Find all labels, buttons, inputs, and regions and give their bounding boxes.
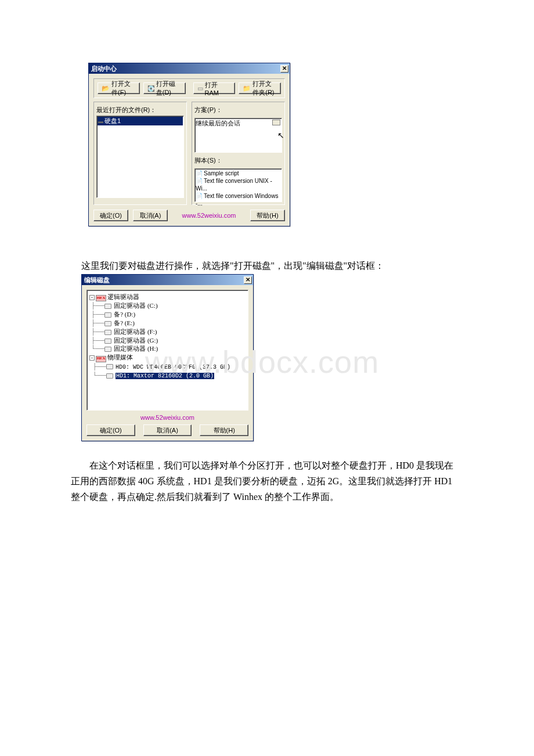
- edit-disk-dialog: 编辑磁盘 ✕ -HEX逻辑驱动器 ├──固定驱动器 (C:) ├──备? (D:…: [81, 274, 254, 441]
- tree-drive-d[interactable]: ├──备? (D:): [89, 310, 246, 319]
- close-icon[interactable]: ✕: [244, 276, 252, 284]
- help-button[interactable]: 帮助(H): [250, 210, 285, 221]
- dialog2-link[interactable]: www.52weixiu.com: [86, 414, 248, 421]
- open-folder-button[interactable]: 📁 打开文件夹(R): [239, 82, 281, 94]
- script-label: 脚本(S)：: [194, 155, 282, 166]
- close-icon[interactable]: ✕: [280, 65, 288, 73]
- script-icon: 📄: [196, 193, 203, 199]
- drive-icon: [104, 321, 111, 326]
- drive-icon: [104, 347, 111, 352]
- hex-icon: HEX: [96, 356, 106, 362]
- scheme-list[interactable]: 继续最后的会话: [194, 118, 282, 153]
- scheme-item-0[interactable]: 继续最后的会话: [196, 119, 281, 128]
- script-item-2[interactable]: 📄Text file conversion Windows -...: [196, 192, 281, 207]
- hex-icon: HEX: [96, 295, 106, 301]
- tree-logical-root[interactable]: -HEX逻辑驱动器: [89, 293, 246, 301]
- disk-tree[interactable]: -HEX逻辑驱动器 ├──固定驱动器 (C:) ├──备? (D:) ├──备?…: [86, 290, 248, 411]
- scheme-folder-icon[interactable]: [272, 120, 280, 125]
- open-disk-label: 打开磁盘(D): [156, 80, 182, 97]
- collapse-icon[interactable]: -: [89, 355, 95, 361]
- ok-button[interactable]: 确定(O): [86, 424, 135, 436]
- script-icon: 📄: [196, 170, 203, 177]
- open-ram-button[interactable]: ▭ 打开 RAM: [193, 82, 236, 94]
- open-folder-label: 打开文件夹(R): [252, 80, 277, 97]
- folder-open-icon: 📂: [102, 85, 110, 92]
- dialog1-title: 启动中心: [91, 64, 117, 73]
- script-item-0[interactable]: 📄Sample script: [196, 170, 281, 177]
- ok-button[interactable]: 确定(O): [93, 210, 128, 221]
- right-panel: 方案(P)： 继续最后的会话 脚本(S)： 📄Sample script 📄Te…: [192, 102, 285, 205]
- open-file-button[interactable]: 📂 打开文件(F): [98, 82, 140, 94]
- cancel-button[interactable]: 取消(A): [143, 424, 192, 436]
- open-file-label: 打开文件(F): [111, 80, 136, 97]
- drive-icon: [104, 312, 111, 318]
- drive-icon: [104, 339, 111, 344]
- script-icon: 📄: [196, 178, 203, 184]
- dialog2-title: 编辑磁盘: [84, 276, 110, 285]
- tree-drive-e[interactable]: ├──备? (E:): [89, 319, 246, 327]
- tree-drive-c[interactable]: ├──固定驱动器 (C:): [89, 301, 246, 310]
- dialog1-titlebar[interactable]: 启动中心 ✕: [89, 63, 290, 74]
- dialog2-titlebar[interactable]: 编辑磁盘 ✕: [82, 275, 253, 285]
- footer-link[interactable]: www.52weixiu.com: [168, 212, 250, 219]
- cursor-icon: ↖: [277, 131, 284, 140]
- tree-drive-h[interactable]: └──固定驱动器 (H:): [89, 344, 246, 353]
- script-list[interactable]: 📄Sample script 📄Text file conversion UNI…: [194, 168, 282, 202]
- open-ram-label: 打开 RAM: [205, 81, 232, 96]
- top-button-group: 📂 打开文件(F) 💽 打开磁盘(D) ▭ 打开 RAM 📁 打开文件夹(R): [93, 78, 285, 98]
- paragraph-1: 这里我们要对磁盘进行操作，就选择"打开磁盘"，出现"编辑磁盘"对话框：: [81, 258, 453, 273]
- script-item-1[interactable]: 📄Text file conversion UNIX - Wi...: [196, 177, 281, 192]
- drive-icon: [106, 364, 113, 369]
- tree-hd1-selected[interactable]: └──HD1: Maxtor 82160D2 (2.0 GB): [89, 371, 246, 380]
- disk-icon: 💽: [147, 85, 154, 92]
- recent-list[interactable]: ▬硬盘1: [96, 116, 184, 198]
- recent-panel: 最近打开的文件(R)： ▬硬盘1: [93, 102, 187, 205]
- tree-hd0[interactable]: ├──HD0: WDC WD400EB-00CPF0 (37.3 GB): [89, 362, 246, 372]
- collapse-icon[interactable]: -: [89, 295, 95, 300]
- paragraph-2: 在这个对话框里，我们可以选择对单个分区打开，也可以对整个硬盘打开，HD0 是我现…: [71, 458, 454, 505]
- folder-new-icon: 📁: [243, 85, 251, 92]
- drive-icon: [106, 373, 113, 379]
- hd-icon: ▬: [98, 118, 103, 124]
- recent-label: 最近打开的文件(R)：: [96, 105, 184, 116]
- startup-center-dialog: 启动中心 ✕ 📂 打开文件(F) 💽 打开磁盘(D) ▭ 打开 RAM 📁 打开…: [88, 63, 290, 226]
- help-button[interactable]: 帮助(H): [200, 424, 248, 436]
- tree-drive-f[interactable]: ├──固定驱动器 (F:): [89, 327, 246, 336]
- open-disk-button[interactable]: 💽 打开磁盘(D): [143, 82, 186, 94]
- recent-item-0: 硬盘1: [104, 117, 121, 124]
- ram-icon: ▭: [197, 85, 203, 92]
- drive-icon: [104, 304, 111, 309]
- recent-item-selected[interactable]: ▬硬盘1: [98, 117, 183, 125]
- tree-drive-g[interactable]: ├──固定驱动器 (G:): [89, 336, 246, 345]
- tree-physical-root[interactable]: -HEX物理媒体: [89, 353, 246, 362]
- cancel-button[interactable]: 取消(A): [133, 210, 168, 221]
- drive-icon: [104, 330, 111, 335]
- scheme-label: 方案(P)：: [194, 105, 282, 116]
